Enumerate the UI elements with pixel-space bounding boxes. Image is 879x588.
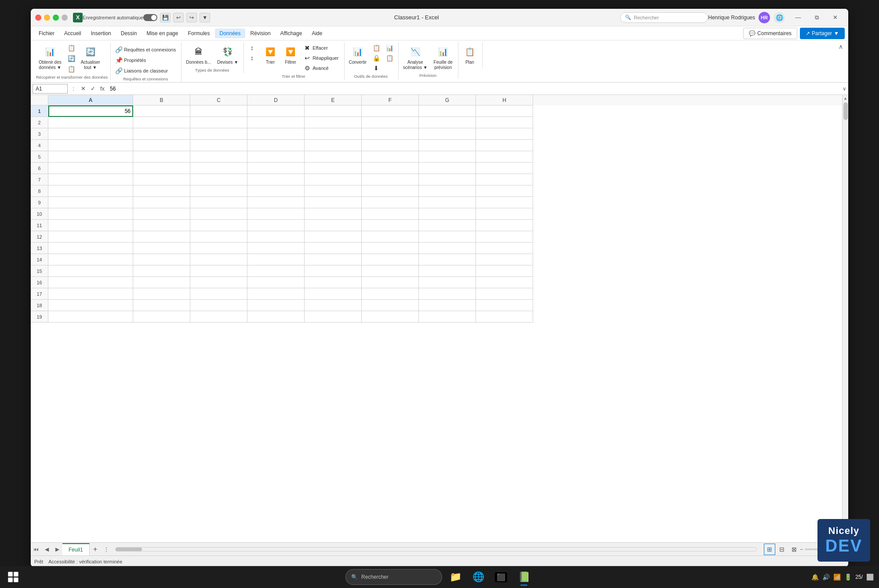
row-header-4[interactable]: 4	[31, 140, 48, 151]
start-button[interactable]	[5, 569, 21, 585]
cell-F14[interactable]	[362, 254, 419, 265]
row-header-3[interactable]: 3	[31, 128, 48, 140]
cell-F7[interactable]	[362, 174, 419, 185]
user-avatar[interactable]: HR	[759, 12, 770, 23]
redo-btn[interactable]: ↪	[186, 13, 197, 22]
cell-G18[interactable]	[419, 300, 476, 311]
cell-G3[interactable]	[419, 128, 476, 140]
cell-A5[interactable]	[48, 151, 133, 163]
auto-save-toggle[interactable]	[143, 14, 157, 21]
cell-E5[interactable]	[305, 151, 362, 163]
cell-F13[interactable]	[362, 243, 419, 254]
ribbon-btn-feuille-prevision[interactable]: 📊 Feuille deprévision	[431, 43, 455, 72]
battery-icon[interactable]: 🔋	[844, 573, 852, 581]
ribbon-btn-proprietes[interactable]: 📌 Propriétés	[113, 55, 178, 65]
ribbon-btn-analyse-scenarios[interactable]: 📉 Analysescénarios ▼	[400, 43, 430, 72]
cell-A18[interactable]	[48, 300, 133, 311]
cell-A16[interactable]	[48, 277, 133, 288]
cell-C1[interactable]	[190, 105, 247, 117]
cell-E19[interactable]	[305, 311, 362, 323]
zoom-out-btn[interactable]: −	[800, 546, 803, 552]
cell-D19[interactable]	[247, 311, 305, 323]
page-break-view-btn[interactable]: ⊠	[788, 544, 800, 555]
cell-B16[interactable]	[133, 277, 190, 288]
cell-B18[interactable]	[133, 300, 190, 311]
cell-B7[interactable]	[133, 174, 190, 185]
row-header-1[interactable]: 1	[31, 105, 48, 117]
cell-B10[interactable]	[133, 208, 190, 220]
menu-affichage[interactable]: Affichage	[276, 29, 307, 38]
cell-F3[interactable]	[362, 128, 419, 140]
cell-G15[interactable]	[419, 265, 476, 277]
cell-D14[interactable]	[247, 254, 305, 265]
vertical-scrollbar[interactable]: ▲ ▼	[842, 95, 848, 542]
cell-reference-box[interactable]: A1	[33, 84, 68, 94]
ribbon-btn-donnees-b[interactable]: 🏛 Données b...	[183, 43, 214, 67]
cell-C12[interactable]	[190, 231, 247, 243]
cell-A1[interactable]: 56	[48, 105, 133, 117]
cell-H14[interactable]	[476, 254, 533, 265]
cell-F6[interactable]	[362, 163, 419, 174]
cell-H12[interactable]	[476, 231, 533, 243]
undo-btn[interactable]: ↩	[173, 13, 184, 22]
network-icon[interactable]: 📶	[833, 573, 841, 581]
col-header-E[interactable]: E	[305, 95, 362, 105]
minimize-btn[interactable]: —	[789, 11, 807, 24]
cell-G6[interactable]	[419, 163, 476, 174]
formula-func-btn[interactable]: :	[69, 85, 77, 92]
cell-H11[interactable]	[476, 220, 533, 231]
col-header-C[interactable]: C	[190, 95, 247, 105]
col-header-B[interactable]: B	[133, 95, 190, 105]
cell-C2[interactable]	[190, 117, 247, 128]
cell-A15[interactable]	[48, 265, 133, 277]
sheet-nav-left[interactable]: ◀	[41, 544, 52, 555]
cell-A17[interactable]	[48, 288, 133, 300]
horizontal-scrollbar-track[interactable]	[115, 547, 757, 552]
cell-F4[interactable]	[362, 140, 419, 151]
cell-G4[interactable]	[419, 140, 476, 151]
menu-insertion[interactable]: Insertion	[87, 29, 116, 38]
col-header-G[interactable]: G	[419, 95, 476, 105]
cell-E1[interactable]	[305, 105, 362, 117]
row-header-18[interactable]: 18	[31, 300, 48, 311]
ribbon-btn-effacer[interactable]: ✖ Effacer	[301, 43, 341, 53]
cell-G11[interactable]	[419, 220, 476, 231]
cell-C9[interactable]	[190, 197, 247, 208]
cell-C19[interactable]	[190, 311, 247, 323]
cell-G10[interactable]	[419, 208, 476, 220]
cell-H17[interactable]	[476, 288, 533, 300]
cell-B9[interactable]	[133, 197, 190, 208]
normal-view-btn[interactable]: ⊞	[764, 544, 775, 555]
cell-G2[interactable]	[419, 117, 476, 128]
cell-D16[interactable]	[247, 277, 305, 288]
row-header-17[interactable]: 17	[31, 288, 48, 300]
menu-donnees[interactable]: Données	[215, 29, 245, 38]
show-desktop-icon[interactable]: ⬜	[866, 573, 874, 581]
cell-A19[interactable]	[48, 311, 133, 323]
taskbar-app-excel[interactable]: 📗	[514, 567, 534, 587]
cell-A8[interactable]	[48, 185, 133, 197]
cell-B4[interactable]	[133, 140, 190, 151]
row-header-2[interactable]: 2	[31, 117, 48, 128]
ribbon-btn-devises[interactable]: 💱 Devises ▼	[214, 43, 241, 67]
cell-F10[interactable]	[362, 208, 419, 220]
cell-C18[interactable]	[190, 300, 247, 311]
ribbon-btn-od-2[interactable]: 🔒	[370, 53, 382, 63]
ribbon-btn-filtrer[interactable]: 🔽 Filtrer	[281, 43, 300, 67]
cell-C4[interactable]	[190, 140, 247, 151]
cell-G5[interactable]	[419, 151, 476, 163]
cell-D17[interactable]	[247, 288, 305, 300]
cell-H10[interactable]	[476, 208, 533, 220]
cell-C5[interactable]	[190, 151, 247, 163]
cell-G9[interactable]	[419, 197, 476, 208]
save-btn[interactable]: 💾	[160, 13, 171, 22]
ribbon-btn-sort-az[interactable]: ↕	[246, 43, 258, 53]
cell-E10[interactable]	[305, 208, 362, 220]
cell-E12[interactable]	[305, 231, 362, 243]
row-header-12[interactable]: 12	[31, 231, 48, 243]
cell-A11[interactable]	[48, 220, 133, 231]
cell-D5[interactable]	[247, 151, 305, 163]
ribbon-btn-avance[interactable]: ⚙ Avancé	[301, 63, 341, 73]
sheet-tab-feuil1[interactable]: Feuil1	[62, 543, 90, 555]
scroll-thumb[interactable]	[843, 102, 848, 120]
